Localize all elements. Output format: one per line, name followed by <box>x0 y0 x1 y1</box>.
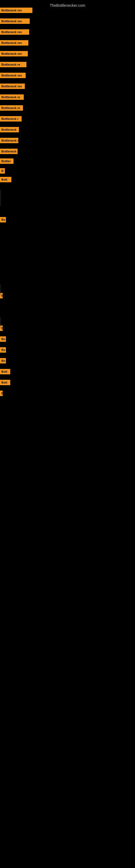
bottleneck-bar-16: B <box>0 168 5 174</box>
bottleneck-bar-15: Bottler <box>0 158 13 164</box>
bottleneck-bar-10: Bottleneck re <box>0 105 23 111</box>
bottleneck-bar-24: Bott <box>0 369 10 374</box>
bottleneck-bar-14: Bottleneck <box>0 149 17 154</box>
bottleneck-bar-4: Bottleneck res <box>0 40 28 45</box>
bottleneck-bar-17: Bott <box>0 177 11 182</box>
bottleneck-bar-3: Bottleneck res <box>0 29 29 35</box>
bottleneck-bar-26: B <box>0 391 3 396</box>
bottleneck-bar-1: Bottleneck res <box>0 8 32 13</box>
bottleneck-bar-13: Bottleneck r <box>0 138 18 143</box>
bottleneck-bar-9: Bottleneck re <box>0 94 24 100</box>
bottleneck-bar-12: Bottleneck <box>0 127 19 132</box>
bottleneck-bar-5: Bottleneck res <box>0 51 28 56</box>
bottleneck-bar-18: Bo <box>0 217 6 222</box>
bottleneck-bar-11: Bottleneck r <box>0 116 21 122</box>
bottleneck-bar-22: Bo <box>0 347 6 352</box>
bottleneck-bar-2: Bottleneck res <box>0 19 30 24</box>
bottleneck-bar-7: Bottleneck res <box>0 73 26 78</box>
bottleneck-bar-21: Bo <box>0 336 6 342</box>
bottleneck-bar-6: Bottleneck re <box>0 62 27 67</box>
bottleneck-bar-8: Bottleneck res <box>0 84 25 89</box>
bottleneck-bar-25: Bott <box>0 380 10 385</box>
bottleneck-bar-23: Bo <box>0 358 6 364</box>
